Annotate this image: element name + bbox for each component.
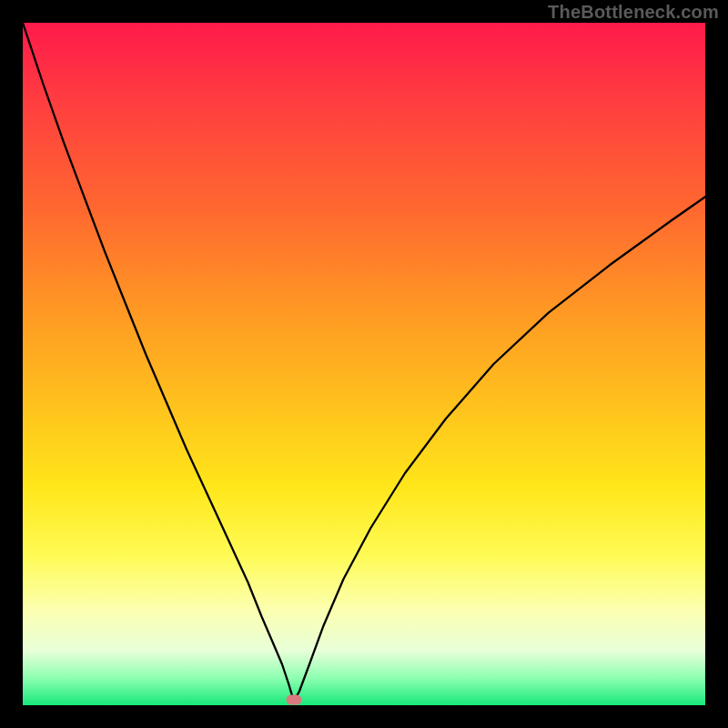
optimum-marker: [286, 695, 301, 705]
curve-layer: [23, 23, 705, 705]
bottleneck-curve: [23, 23, 705, 702]
watermark-text: TheBottleneck.com: [548, 2, 719, 23]
chart-frame: TheBottleneck.com: [0, 0, 728, 728]
plot-area: [23, 23, 705, 705]
